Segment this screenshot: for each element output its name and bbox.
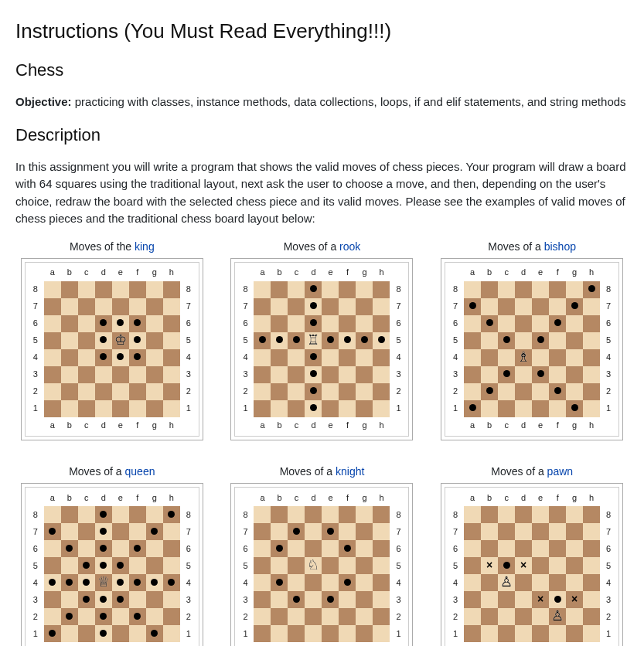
square-e2 [532,608,549,625]
square-c6 [498,540,515,557]
square-a1 [44,625,61,642]
square-h6 [583,315,600,332]
square-f6 [339,315,356,332]
square-a7 [464,298,481,315]
square-a1 [254,625,271,642]
square-h3 [583,591,600,608]
square-a4 [44,349,61,366]
square-c7 [78,523,95,540]
rank-label: 2 [27,383,44,400]
board-title-prefix: Moves of the [70,240,135,253]
file-label: b [481,489,498,506]
move-dot-icon [276,336,283,343]
square-h7 [583,523,600,540]
file-label: d [95,417,112,434]
square-h5 [163,557,180,574]
file-label: f [339,264,356,281]
board-title-link-rook[interactable]: rook [339,240,360,253]
coord-blank [237,417,254,434]
board-inner: abcdefgh8877665♔544332211abcdefgh [25,262,199,437]
coord-blank [447,264,464,281]
square-a3 [44,366,61,383]
rank-label: 5 [27,557,44,574]
square-c5 [288,557,305,574]
coord-blank [390,264,407,281]
square-g2 [356,383,373,400]
file-label: b [481,642,498,646]
square-c5 [498,557,515,574]
square-f7 [339,298,356,315]
board-title-prefix: Moves of a [491,465,547,478]
rank-label: 4 [237,349,254,366]
square-a4 [464,574,481,591]
rank-label: 3 [237,366,254,383]
square-f1 [549,400,566,417]
square-c2 [288,383,305,400]
square-g2 [566,608,583,625]
board-title-link-pawn[interactable]: pawn [547,465,573,478]
square-d8 [515,281,532,298]
move-dot-icon [151,528,158,535]
square-h8 [163,281,180,298]
board-title-link-queen[interactable]: queen [125,465,155,478]
square-f2: ♙ [549,608,566,625]
file-label: a [464,489,481,506]
coord-blank [237,489,254,506]
square-d1 [95,400,112,417]
board-title-link-knight[interactable]: knight [336,465,364,478]
board-title-link-king[interactable]: king [135,240,155,253]
bishop-piece-icon: ♗ [517,349,530,365]
square-d6 [305,315,322,332]
square-c6 [288,540,305,557]
file-label: d [95,264,112,281]
square-e1 [532,400,549,417]
square-b1 [61,400,78,417]
file-label: b [271,642,288,646]
chess-board: abcdefgh8877665♘544332211abcdefgh [237,489,407,646]
rank-label: 6 [27,540,44,557]
file-label: c [498,417,515,434]
square-a7 [44,523,61,540]
file-label: f [549,417,566,434]
file-label: c [78,264,95,281]
square-e5 [322,557,339,574]
square-g4 [566,574,583,591]
move-dot-icon [117,596,124,603]
coord-blank [237,642,254,646]
board-frame: abcdefgh8877665♘544332211abcdefgh [230,483,413,646]
square-h2 [373,383,390,400]
square-g7 [356,523,373,540]
square-c2 [78,608,95,625]
board-title-link-bishop[interactable]: bishop [544,240,576,253]
file-label: c [288,642,305,646]
board-frame: abcdefgh887766554♕4332211abcdefgh [21,483,203,646]
square-e3: × [532,591,549,608]
rank-label: 5 [600,557,617,574]
rank-label: 3 [447,591,464,608]
move-dot-icon [293,528,300,535]
rank-label: 1 [27,400,44,417]
file-label: e [112,489,129,506]
square-g7 [566,298,583,315]
square-c3 [498,366,515,383]
square-e7 [532,298,549,315]
file-label: g [356,489,373,506]
rank-label: 2 [180,383,197,400]
square-b7 [61,523,78,540]
objective-paragraph: Objective: practicing with classes, inst… [15,94,629,111]
square-d1 [305,625,322,642]
capture-x-icon: × [520,559,526,571]
square-h5 [583,557,600,574]
rank-label: 2 [447,383,464,400]
square-c7 [288,298,305,315]
square-a7 [254,523,271,540]
square-b8 [271,281,288,298]
file-label: c [288,417,305,434]
rank-label: 3 [600,591,617,608]
square-b1 [481,625,498,642]
square-c3 [78,591,95,608]
coord-blank [27,642,44,646]
rank-label: 1 [27,625,44,642]
square-f5 [129,332,146,349]
square-h8 [373,281,390,298]
